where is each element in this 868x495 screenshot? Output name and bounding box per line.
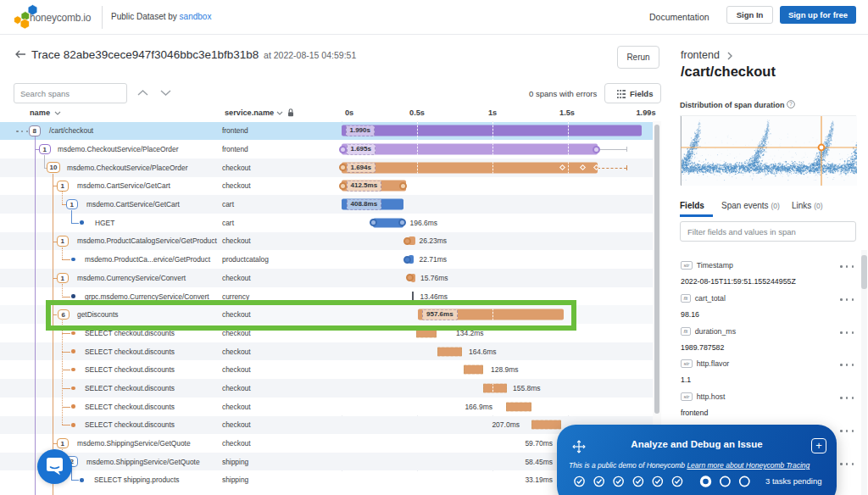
svg-text:?: ? (789, 101, 793, 107)
